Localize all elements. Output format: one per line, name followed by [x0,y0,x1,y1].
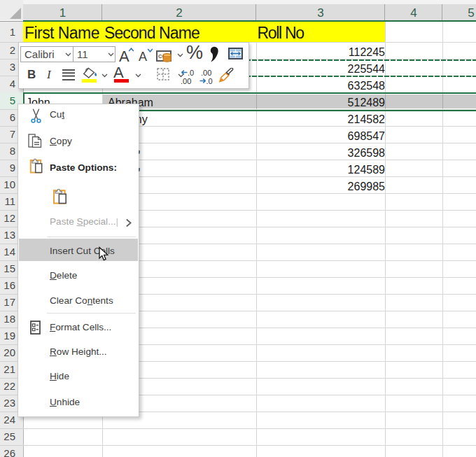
svg-text:.0: .0 [206,77,213,85]
svg-text:.0: .0 [188,69,194,77]
svg-text:.00: .00 [181,77,191,85]
svg-text:.00: .00 [201,69,211,77]
